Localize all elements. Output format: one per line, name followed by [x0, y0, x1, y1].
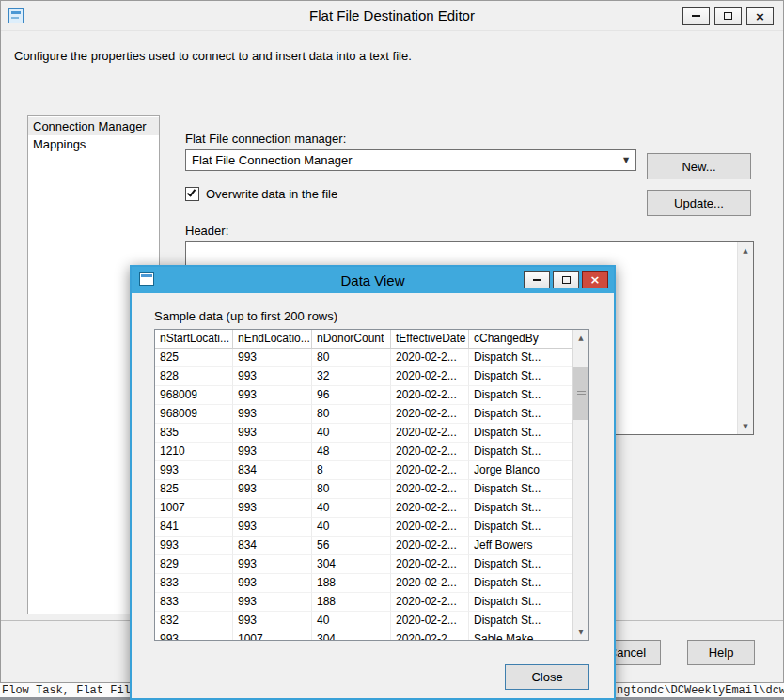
- table-cell: 2020-02-2...: [391, 386, 469, 405]
- table-row: 968009993962020-02-2...Dispatch St...: [155, 386, 573, 405]
- data-view-window: Data View × Sample data (up to first 200…: [130, 265, 616, 700]
- table-row: 1007993402020-02-2...Dispatch St...: [155, 499, 573, 518]
- table-cell: 825: [155, 349, 233, 367]
- column-header[interactable]: nDonorCount: [312, 330, 391, 349]
- table-cell: 993: [233, 443, 312, 461]
- maximize-button[interactable]: [714, 7, 742, 25]
- table-cell: 2020-02-2...: [391, 537, 469, 555]
- overwrite-checkbox[interactable]: [185, 187, 199, 201]
- main-window-title: Flat File Destination Editor: [309, 8, 475, 23]
- table-cell: 993: [233, 593, 312, 612]
- table-row: 99383482020-02-2...Jorge Blanco: [155, 461, 573, 480]
- data-view-titlebar[interactable]: Data View ×: [132, 267, 614, 293]
- sample-data-table: nStartLocati...nEndLocatio...nDonorCount…: [154, 329, 589, 641]
- scroll-down-icon[interactable]: ▼: [573, 624, 588, 640]
- table-cell: 993: [155, 537, 233, 555]
- column-header[interactable]: nEndLocatio...: [233, 330, 312, 349]
- data-view-maximize-button[interactable]: [553, 271, 579, 288]
- data-view-window-icon: [139, 272, 154, 286]
- minimize-icon: [692, 15, 700, 17]
- table-cell: 304: [312, 630, 391, 641]
- table-cell: 968009: [155, 405, 233, 424]
- sample-data-label: Sample data (up to first 200 rows): [154, 309, 337, 323]
- table-cell: 828: [155, 367, 233, 386]
- nav-item-connection-manager[interactable]: Connection Manager: [28, 117, 159, 135]
- table-cell: Jeff Bowers: [469, 537, 573, 555]
- main-titlebar[interactable]: Flat File Destination Editor ×: [1, 1, 783, 31]
- table-row: 99310073042020-02-2...Sable Make...: [155, 630, 573, 641]
- table-cell: Dispatch St...: [469, 574, 573, 593]
- scroll-down-icon[interactable]: ▼: [738, 418, 753, 434]
- table-scrollbar[interactable]: ▲ ▼: [572, 330, 588, 640]
- table-row: 8299933042020-02-2...Dispatch St...: [155, 555, 573, 574]
- table-cell: 40: [312, 518, 391, 537]
- table-row: 8339931882020-02-2...Dispatch St...: [155, 574, 573, 593]
- table-row: 8339931882020-02-2...Dispatch St...: [155, 593, 573, 612]
- column-header[interactable]: cChangedBy: [469, 330, 573, 349]
- screen: Flow Task, Flat File ngtondc\DCWeeklyEma…: [0, 0, 784, 700]
- table-cell: 993: [233, 424, 312, 443]
- table-cell: 1007: [233, 630, 312, 641]
- table-row: 968009993802020-02-2...Dispatch St...: [155, 405, 573, 424]
- column-header[interactable]: nStartLocati...: [155, 330, 233, 349]
- data-view-window-controls: ×: [524, 271, 608, 288]
- table-cell: 8: [312, 461, 391, 480]
- table-cell: 2020-02-2...: [391, 612, 469, 630]
- update-button[interactable]: Update...: [647, 190, 751, 216]
- help-button[interactable]: Help: [687, 640, 755, 665]
- table-cell: Dispatch St...: [469, 424, 573, 443]
- column-header[interactable]: tEffectiveDate: [391, 330, 469, 349]
- data-view-close-action-button[interactable]: Close: [505, 664, 589, 690]
- table-cell: 2020-02-2...: [391, 518, 469, 537]
- table-cell: 56: [312, 537, 391, 555]
- table-cell: Dispatch St...: [469, 518, 573, 537]
- table-cell: 80: [312, 480, 391, 499]
- minimize-icon: [533, 279, 541, 281]
- close-icon: ×: [755, 10, 765, 23]
- table-cell: 1210: [155, 443, 233, 461]
- table-cell: 40: [312, 424, 391, 443]
- window-controls: ×: [682, 7, 774, 25]
- table-cell: 835: [155, 424, 233, 443]
- table-row: 1210993482020-02-2...Dispatch St...: [155, 443, 573, 461]
- table-cell: 993: [233, 386, 312, 405]
- app-icon: [8, 8, 24, 23]
- table-row: 841993402020-02-2...Dispatch St...: [155, 518, 573, 537]
- maximize-icon: [724, 12, 732, 20]
- data-view-close-button[interactable]: ×: [582, 271, 608, 288]
- minimize-button[interactable]: [682, 7, 710, 25]
- scroll-up-icon[interactable]: ▲: [738, 242, 753, 258]
- table-cell: 834: [233, 461, 312, 480]
- scroll-up-icon[interactable]: ▲: [573, 330, 588, 346]
- table-cell: Dispatch St...: [469, 499, 573, 518]
- close-button[interactable]: ×: [746, 7, 774, 25]
- table-cell: 40: [312, 499, 391, 518]
- connection-manager-combobox[interactable]: Flat File Connection Manager ▼: [185, 149, 636, 171]
- table-cell: 32: [312, 367, 391, 386]
- background-text-right: ngtondc\DCWeeklyEmail\dcwe: [617, 684, 784, 697]
- dialog-description: Configure the properties used to connect…: [14, 49, 412, 63]
- table-cell: 2020-02-2...: [391, 367, 469, 386]
- header-scrollbar[interactable]: ▲ ▼: [737, 242, 753, 434]
- table-cell: 841: [155, 518, 233, 537]
- table-cell: 993: [155, 630, 233, 641]
- table-cell: 993: [233, 574, 312, 593]
- table-cell: 2020-02-2...: [391, 630, 469, 641]
- table-cell: 2020-02-2...: [391, 555, 469, 574]
- scrollbar-thumb[interactable]: [573, 367, 588, 420]
- table-cell: 188: [312, 593, 391, 612]
- table-cell: 96: [312, 386, 391, 405]
- table-row: 835993402020-02-2...Dispatch St...: [155, 424, 573, 443]
- table-cell: 825: [155, 480, 233, 499]
- data-view-minimize-button[interactable]: [524, 271, 550, 288]
- table-cell: Dispatch St...: [469, 480, 573, 499]
- table-cell: 993: [155, 461, 233, 480]
- table-cell: 834: [233, 537, 312, 555]
- new-button[interactable]: New...: [647, 153, 751, 179]
- nav-item-mappings[interactable]: Mappings: [28, 135, 159, 153]
- table-cell: 968009: [155, 386, 233, 405]
- grip-icon: [577, 394, 586, 395]
- table-cell: Dispatch St...: [469, 367, 573, 386]
- table-cell: 1007: [155, 499, 233, 518]
- table-cell: Sable Make...: [469, 630, 573, 641]
